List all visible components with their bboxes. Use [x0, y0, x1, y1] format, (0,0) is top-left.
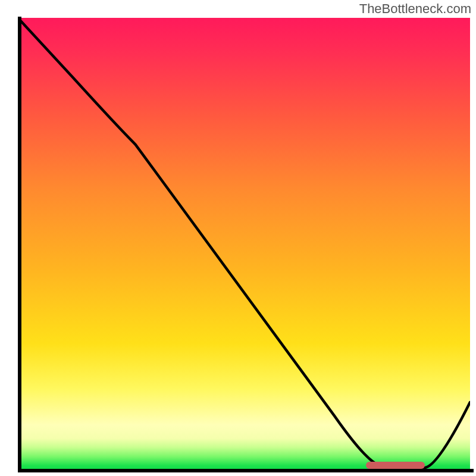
watermark-text: TheBottleneck.com: [359, 1, 471, 17]
bottleneck-curve: [18, 18, 470, 470]
plot-area: [18, 18, 470, 470]
chart-root: TheBottleneck.com: [0, 0, 476, 476]
optimal-range-marker: [366, 462, 425, 469]
